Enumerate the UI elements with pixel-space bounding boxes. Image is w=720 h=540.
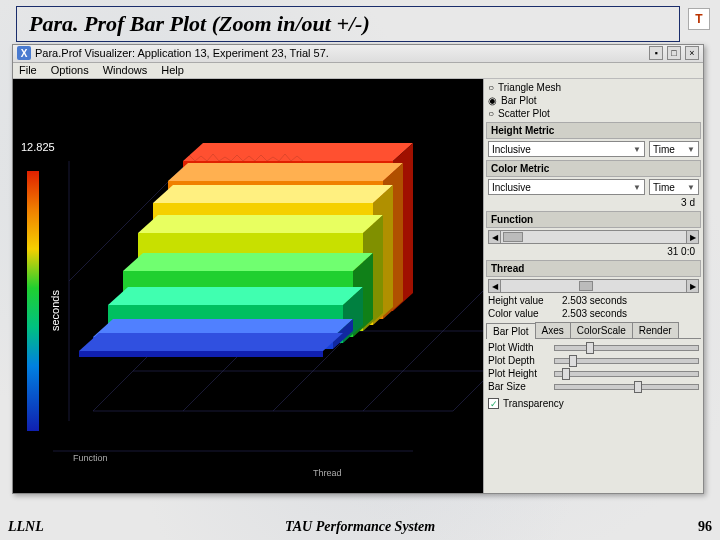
app-window: X Para.Prof Visualizer: Application 13, … (12, 44, 704, 494)
svg-marker-25 (123, 253, 373, 271)
side-panel: ○Triangle Mesh ◉Bar Plot ○Scatter Plot H… (483, 79, 703, 493)
titlebar[interactable]: X Para.Prof Visualizer: Application 13, … (13, 45, 703, 63)
window-title: Para.Prof Visualizer: Application 13, Ex… (35, 47, 329, 59)
svg-line-9 (453, 291, 483, 411)
height-metric-header: Height Metric (486, 122, 701, 139)
svg-marker-22 (138, 215, 383, 233)
menubar: File Options Windows Help (13, 63, 703, 79)
svg-marker-16 (168, 163, 403, 181)
footer-page-number: 96 (698, 519, 712, 535)
thread-index: 31 0:0 (486, 245, 701, 258)
plot-height-slider[interactable] (554, 371, 699, 377)
close-button[interactable]: × (685, 46, 699, 60)
menu-options[interactable]: Options (51, 64, 89, 76)
y-axis-label: Function (73, 453, 108, 463)
radio-scatter-label: Scatter Plot (498, 108, 550, 119)
corner-logo: T (688, 8, 710, 30)
svg-rect-0 (27, 171, 39, 431)
bar-size-label: Bar Size (488, 381, 550, 392)
function-index: 3 d (486, 196, 701, 209)
menu-windows[interactable]: Windows (103, 64, 148, 76)
color-metric-combo[interactable]: Inclusive (488, 179, 645, 195)
radio-triangle-label: Triangle Mesh (498, 82, 561, 93)
bar-size-slider[interactable] (554, 384, 699, 390)
thread-header: Thread (486, 260, 701, 277)
plot-depth-label: Plot Depth (488, 355, 550, 366)
color-unit-combo[interactable]: Time (649, 179, 699, 195)
x-axis-label: Thread (313, 468, 342, 478)
height-unit-combo[interactable]: Time (649, 141, 699, 157)
xwin-icon: X (17, 46, 31, 60)
svg-marker-28 (108, 287, 363, 305)
plot-height-label: Plot Height (488, 368, 550, 379)
height-value: 2.503 seconds (562, 295, 627, 306)
bar-rows (79, 143, 413, 357)
plot-width-label: Plot Width (488, 342, 550, 353)
color-value-label: Color value (488, 308, 558, 319)
tab-colorscale[interactable]: ColorScale (570, 322, 633, 338)
color-metric-header: Color Metric (486, 160, 701, 177)
menu-file[interactable]: File (19, 64, 37, 76)
viz-canvas[interactable]: 12.825 seconds (13, 79, 483, 493)
menu-help[interactable]: Help (161, 64, 184, 76)
render-tabs: Bar Plot Axes ColorScale Render (486, 322, 701, 339)
thread-scrollbar[interactable]: ◀▶ (488, 279, 699, 293)
maximize-button[interactable]: □ (667, 46, 681, 60)
function-scrollbar[interactable]: ◀▶ (488, 230, 699, 244)
transparency-checkbox[interactable]: ✓ (488, 398, 499, 409)
tab-axes[interactable]: Axes (535, 322, 571, 338)
function-header: Function (486, 211, 701, 228)
slide-footer: LLNL TAU Performance System 96 (0, 518, 720, 536)
radio-bar[interactable]: ◉ (488, 95, 497, 106)
tab-render[interactable]: Render (632, 322, 679, 338)
svg-rect-33 (79, 351, 323, 357)
height-value-label: Height value (488, 295, 558, 306)
svg-marker-13 (183, 143, 413, 161)
slide-title: Para. Prof Bar Plot (Zoom in/out +/-) (16, 6, 680, 42)
svg-marker-34 (79, 333, 343, 351)
transparency-label: Transparency (503, 398, 564, 409)
radio-bar-label: Bar Plot (501, 95, 537, 106)
svg-marker-19 (153, 185, 393, 203)
tab-bar-plot[interactable]: Bar Plot (486, 323, 536, 339)
barplot-3d-svg: 12.825 seconds (13, 79, 483, 493)
color-value: 2.503 seconds (562, 308, 627, 319)
footer-left: LLNL (8, 519, 44, 535)
plot-depth-slider[interactable] (554, 358, 699, 364)
radio-triangle[interactable]: ○ (488, 82, 494, 93)
radio-scatter[interactable]: ○ (488, 108, 494, 119)
z-axis-label: seconds (49, 290, 61, 331)
scale-max-label: 12.825 (21, 141, 55, 153)
footer-center: TAU Performance System (285, 519, 435, 535)
height-metric-combo[interactable]: Inclusive (488, 141, 645, 157)
plot-width-slider[interactable] (554, 345, 699, 351)
minimize-button[interactable]: ▪ (649, 46, 663, 60)
